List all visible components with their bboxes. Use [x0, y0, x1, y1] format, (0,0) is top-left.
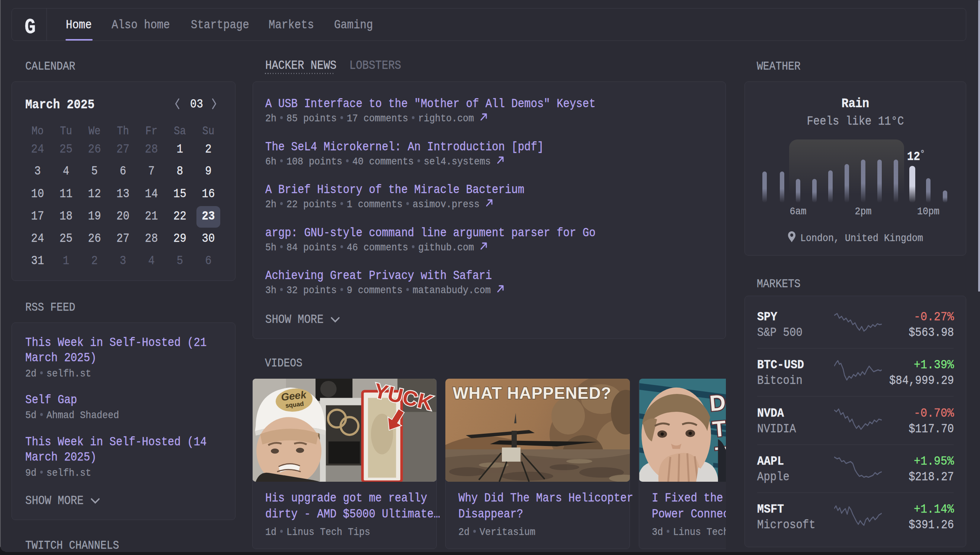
- svg-text:DO: DO: [708, 388, 726, 416]
- svg-text:TH: TH: [711, 414, 726, 442]
- svg-text:WHAT HAPPENED?: WHAT HAPPENED?: [453, 384, 611, 402]
